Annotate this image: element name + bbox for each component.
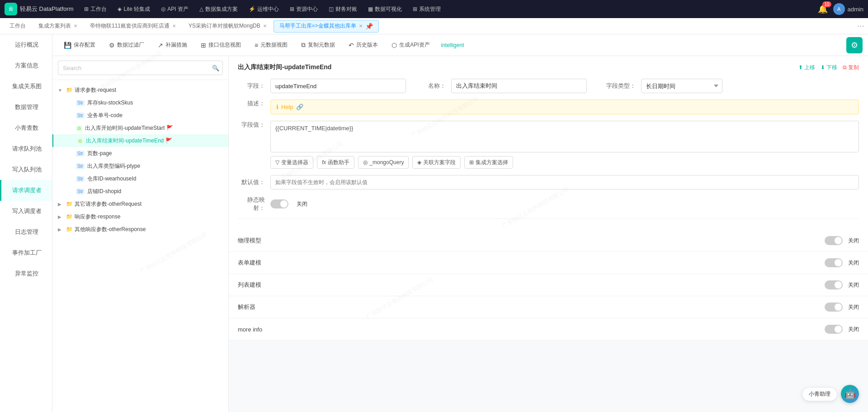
notification-bell[interactable]: 🔔 10 (818, 4, 828, 14)
nav-ops[interactable]: ⚡ 运维中心 (244, 0, 283, 18)
nav-resource[interactable]: ⊞ 资源中心 (285, 0, 322, 18)
more-info-section[interactable]: more info 关闭 (229, 318, 868, 341)
sidebar-item-request-queue[interactable]: 请求队列池 (0, 138, 52, 159)
help-link-icon[interactable]: 🔗 (296, 104, 303, 110)
sidebar-item-data-mgmt[interactable]: 数据管理 (0, 97, 52, 118)
tree-node-request-params[interactable]: ▼ 📁 请求参数-request (52, 84, 228, 96)
parser-section[interactable]: 解析器 关闭 (229, 296, 868, 318)
sidebar-item-exception-monitor[interactable]: 异常监控 (0, 263, 52, 284)
tree-node-out-end-time[interactable]: ⊙ 出入库结束时间-updateTimeEnd 🚩 (52, 134, 228, 147)
tab-supplier[interactable]: 帝特物联111账套供应商到旺店通 ✕ (84, 20, 182, 33)
name-input[interactable] (451, 79, 587, 93)
action-up[interactable]: ⬆ 上移 (798, 64, 815, 71)
sidebar-item-run-overview[interactable]: 运行概况 (0, 34, 52, 55)
nav-system[interactable]: ⊞ 系统管理 (408, 0, 445, 18)
tree-node-response[interactable]: ▶ 📁 响应参数-response (52, 210, 228, 223)
gen-api-button[interactable]: ⬡ 生成API资产 (386, 38, 435, 52)
tree-node-out-start-time[interactable]: ⊙ 出入库开始时间-updateTimeStart 🚩 (52, 122, 228, 134)
physical-toggle-label: 关闭 (848, 237, 859, 245)
tree-node-page[interactable]: Str 页数-page (52, 147, 228, 160)
search-icon[interactable]: 🔍 (212, 65, 219, 71)
tab-ys-purchase[interactable]: YS采购订单对接帆软MongDB ✕ (183, 20, 273, 33)
nav-lite[interactable]: ◈ Lite 轻集成 (113, 0, 155, 18)
nav-data-solution[interactable]: △ 数据集成方案 (195, 0, 242, 18)
nav-api[interactable]: ◎ API 资产 (156, 0, 193, 18)
divider-1 (238, 218, 859, 219)
tree-node-other-request[interactable]: ▶ 📁 其它请求参数-otherRequest (52, 198, 228, 210)
parser-toggle-switch[interactable] (825, 303, 843, 312)
assistant-avatar[interactable]: 🤖 (841, 385, 859, 403)
nav-visual[interactable]: ▦ 数据可视化 (363, 0, 406, 18)
arrow-right-icon: ▶ (58, 202, 64, 207)
tree-node-business-no[interactable]: Str 业务单号-code (52, 109, 228, 122)
default-input[interactable] (270, 175, 859, 189)
tree-node-out-type[interactable]: Str 出入库类型编码-ptype (52, 160, 228, 172)
workbench-icon: ⊞ (84, 6, 89, 12)
physical-model-section[interactable]: 物理模型 关闭 (229, 230, 868, 252)
physical-toggle-switch[interactable] (825, 236, 843, 245)
tab-supplier-close[interactable]: ✕ (172, 24, 176, 28)
type-badge-str-shop: Str (76, 189, 85, 194)
list-toggle-switch[interactable] (825, 280, 843, 289)
supplement-button[interactable]: ↗ 补漏措施 (152, 38, 193, 52)
mongo-query-button[interactable]: ◎ _mongoQuery (358, 156, 409, 169)
tab-workbench[interactable]: 工作台 (4, 20, 32, 33)
type-select[interactable]: 长日期时间 (641, 79, 722, 93)
logo-area[interactable]: 云 轻易云 DataPlatform (5, 3, 73, 15)
copy-data-button[interactable]: ⧉ 复制元数据 (295, 38, 341, 52)
list-model-section[interactable]: 列表建模 关闭 (229, 274, 868, 296)
nav-finance[interactable]: ◫ 财务对账 (324, 0, 362, 18)
intelligent-button[interactable]: intelligent (438, 42, 468, 48)
nav-workbench[interactable]: ⊞ 工作台 (80, 0, 111, 18)
sidebar-item-integration-map[interactable]: 集成关系图 (0, 76, 52, 97)
physical-model-toggle: 关闭 (825, 236, 859, 245)
sidebar-item-write-queue[interactable]: 写入队列池 (0, 159, 52, 180)
field-input[interactable] (270, 79, 406, 93)
func-helper-button[interactable]: fx 函数助手 (317, 156, 354, 169)
data-filter-button[interactable]: ⚙ 数据过滤厂 (103, 38, 150, 52)
toggle-knob-form (835, 259, 842, 266)
tree-node-other-response[interactable]: ▶ 📁 其他响应参数-otherResponse (52, 223, 228, 236)
form-model-section[interactable]: 表单建模 关闭 (229, 252, 868, 274)
search-input[interactable] (58, 61, 223, 75)
action-copy[interactable]: ⧉ 复制 (843, 64, 859, 71)
assistant-icon: 🤖 (844, 388, 856, 399)
sidebar-item-request-scheduler[interactable]: 请求调度者 (0, 180, 52, 201)
more-info-label: more info (238, 326, 262, 333)
settings-gear-button[interactable]: ⚙ (846, 37, 863, 53)
search-box: 🔍 (52, 56, 228, 80)
tree-node-warehouse-id[interactable]: Str 仓库ID-wearhouseId (52, 172, 228, 185)
assistant-label[interactable]: 小青助理 (802, 387, 837, 401)
interface-view-button[interactable]: ⊞ 接口信息视图 (195, 38, 247, 52)
sidebar-item-log-mgmt[interactable]: 日志管理 (0, 222, 52, 242)
var-selector-button[interactable]: ▽ 变量选择器 (270, 156, 313, 169)
tab-ys-close[interactable]: ✕ (263, 24, 267, 28)
tab-solution-list-close[interactable]: ✕ (74, 24, 77, 28)
more-info-toggle-switch[interactable] (825, 325, 843, 334)
sidebar-item-event-factory[interactable]: 事件加工厂 (0, 242, 52, 263)
action-down[interactable]: ⬇ 下移 (821, 64, 837, 71)
tab-more-button[interactable]: ⋯ (857, 22, 864, 30)
parser-toggle: 关闭 (825, 303, 859, 312)
tree-node-stock-sku[interactable]: Str 库存sku-stockSkus (52, 96, 228, 109)
static-toggle[interactable] (270, 199, 288, 208)
help-icon: ℹ (276, 104, 278, 110)
tab-active[interactable]: 马帮手工出库=>金蝶其他出库单 ✕ 📌 (274, 20, 379, 33)
sidebar-item-solution-info[interactable]: 方案信息 (0, 55, 52, 76)
sidebar-item-write-scheduler[interactable]: 写入调度者 (0, 201, 52, 222)
tab-active-close[interactable]: ✕ (359, 24, 363, 28)
sidebar-item-xiao-qing[interactable]: 小青查数 (0, 118, 52, 138)
help-text: Help (281, 104, 293, 110)
solution-select-button[interactable]: ⊞ 集成方案选择 (464, 156, 513, 169)
related-field-button[interactable]: ◈ 关联方案字段 (412, 156, 461, 169)
tree-node-shop-id[interactable]: Str 店铺ID-shopid (52, 185, 228, 198)
form-toggle-switch[interactable] (825, 258, 843, 267)
admin-menu[interactable]: A admin (833, 3, 863, 15)
copy-action-icon: ⧉ (843, 64, 847, 71)
history-button[interactable]: ↶ 历史版本 (343, 38, 384, 52)
tab-supplier-label: 帝特物联111账套供应商到旺店通 (90, 22, 170, 30)
tab-solution-list[interactable]: 集成方案列表 ✕ (33, 20, 83, 33)
value-editor[interactable]: {{CURRENT_TIME|datetime}} (270, 121, 859, 152)
save-config-button[interactable]: 💾 保存配置 (58, 38, 101, 52)
meta-view-button[interactable]: ≡ 元数据视图 (249, 38, 293, 52)
